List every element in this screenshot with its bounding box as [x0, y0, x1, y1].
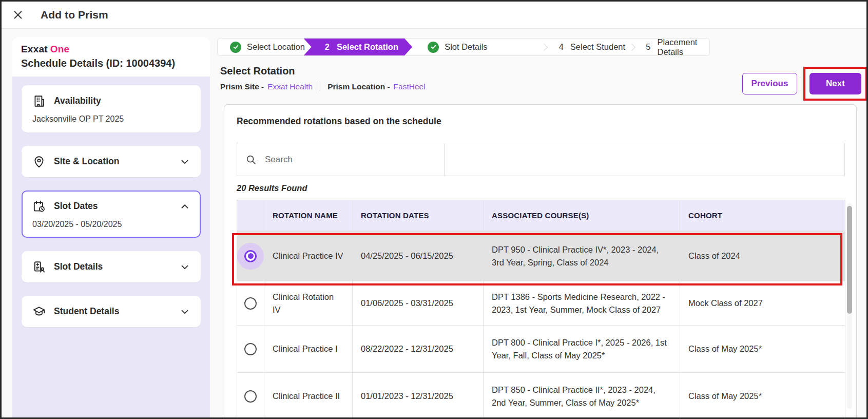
step-slot-details[interactable]: Slot Details	[412, 39, 540, 55]
scrollbar-thumb[interactable]	[847, 206, 852, 314]
divider	[320, 82, 320, 91]
step-label: Slot Details	[445, 42, 487, 52]
check-circle-icon	[230, 42, 241, 53]
step-select-location[interactable]: Select Location	[218, 39, 309, 55]
rotation-name-cell: Clinical Practice II	[264, 373, 353, 419]
radio-unselected[interactable]	[244, 343, 257, 355]
close-button[interactable]	[11, 8, 25, 22]
column-header-cohort: COHORT	[680, 200, 845, 231]
page-title: Select Rotation	[220, 65, 426, 77]
column-header-associated-courses: ASSOCIATED COURSE(S)	[484, 200, 680, 231]
chevron-down-icon[interactable]	[179, 156, 190, 167]
next-button-highlight-annotation: Next	[803, 67, 867, 101]
panel-title: Recommended rotations based on the sched…	[237, 116, 844, 127]
schedule-sidebar: ExxatOne Schedule Details (ID: 10004394)…	[12, 37, 210, 417]
availability-value: Jacksonville OP PT 2025	[32, 115, 190, 124]
results-count: 20 Results Found	[237, 183, 844, 193]
site-location-label: Site & Location	[54, 156, 171, 167]
calendar-clock-icon	[32, 199, 46, 213]
slot-details-card[interactable]: Slot Details	[22, 251, 201, 282]
step-label: Select Rotation	[337, 42, 398, 52]
prism-location-label: Prism Location -	[327, 82, 390, 91]
column-header-rotation-dates: ROTATION DATES	[353, 200, 484, 231]
wizard-stepper: Select Location 2 Select Rotation Slot D…	[217, 38, 710, 56]
radio-unselected[interactable]	[244, 390, 257, 403]
slot-dates-card[interactable]: Slot Dates 03/20/2025 - 05/20/2025	[22, 191, 201, 238]
column-header-rotation-name: ROTATION NAME	[264, 200, 353, 231]
rotation-name-cell: Clinical Rotation IV	[264, 281, 353, 326]
table-filter-row	[237, 143, 845, 176]
step-label: Select Student	[570, 42, 625, 52]
student-details-card[interactable]: Student Details	[22, 296, 201, 327]
rotations-table: ROTATION NAME ROTATION DATES ASSOCIATED …	[237, 200, 845, 418]
slot-dates-value: 03/20/2025 - 05/20/2025	[32, 220, 190, 229]
page-head: Select Rotation Prism Site - Exxat Healt…	[220, 65, 426, 91]
dialog-titlebar: Add to Prism	[2, 2, 866, 29]
step-placement-details[interactable]: 5 Placement Details	[628, 39, 709, 55]
chevron-down-icon[interactable]	[179, 306, 190, 317]
step-separator-chevron	[541, 43, 548, 50]
search-icon	[245, 154, 257, 165]
recommended-rotations-panel: Recommended rotations based on the sched…	[224, 104, 857, 418]
check-circle-icon	[428, 42, 439, 53]
radio-selected[interactable]	[237, 243, 264, 270]
location-pin-icon	[32, 155, 46, 168]
cohort-cell: Class of May 2025*	[680, 373, 845, 419]
previous-button[interactable]: Previous	[742, 73, 797, 94]
prism-location-link[interactable]: FastHeel	[394, 82, 426, 91]
building-icon	[32, 94, 46, 108]
step-label: Placement Details	[657, 38, 709, 56]
sidebar-cards: Availability Jacksonville OP PT 2025 Sit…	[12, 77, 210, 336]
availability-label: Availability	[54, 96, 190, 106]
search-box[interactable]	[237, 143, 445, 176]
prism-site-link[interactable]: Exxat Health	[267, 82, 313, 91]
add-to-prism-dialog: Add to Prism ExxatOne Schedule Details (…	[0, 0, 868, 419]
step-label: Select Location	[247, 42, 305, 52]
prism-site-label: Prism Site -	[220, 82, 264, 91]
table-header-row: ROTATION NAME ROTATION DATES ASSOCIATED …	[237, 200, 845, 231]
sidebar-header: ExxatOne Schedule Details (ID: 10004394)	[12, 37, 210, 77]
step-number: 2	[325, 42, 330, 52]
radio-column-header	[237, 200, 264, 231]
step-select-rotation-active[interactable]: 2 Select Rotation	[304, 39, 413, 55]
close-icon	[12, 9, 24, 21]
rotation-name-cell: Clinical Practice IV	[264, 231, 353, 281]
table-row[interactable]: Clinical Practice II 01/01/2023 - 12/31/…	[237, 373, 845, 419]
step-separator-chevron	[628, 43, 635, 50]
schedule-details-title: Schedule Details (ID: 10004394)	[21, 58, 201, 69]
rotation-dates-cell: 04/25/2025 - 06/15/2025	[353, 231, 484, 281]
table-scrollbar[interactable]	[847, 203, 852, 409]
cohort-cell: Class of May 2025*	[680, 326, 845, 373]
slot-dates-label: Slot Dates	[54, 201, 171, 212]
table-row-selected[interactable]: Clinical Practice IV 04/25/2025 - 06/15/…	[237, 231, 845, 281]
rotation-dates-cell: 01/06/2025 - 03/31/2025	[353, 281, 484, 326]
rotation-name-cell: Clinical Practice I	[264, 326, 353, 373]
filter-row-spacer	[445, 143, 844, 176]
chevron-down-icon[interactable]	[179, 261, 190, 273]
table-row[interactable]: Clinical Practice I 08/22/2022 - 12/31/2…	[237, 326, 845, 373]
dialog-title: Add to Prism	[41, 9, 108, 21]
radio-unselected[interactable]	[244, 297, 257, 310]
availability-card: Availability Jacksonville OP PT 2025	[22, 85, 201, 132]
search-input[interactable]	[264, 154, 436, 165]
step-select-student[interactable]: 4 Select Student	[541, 39, 629, 55]
prism-site-location-line: Prism Site - Exxat Health Prism Location…	[220, 82, 426, 91]
associated-courses-cell: DPT 1386 - Sports Medicine Research, 202…	[484, 281, 680, 326]
exxat-one-logo: ExxatOne	[21, 44, 201, 55]
chevron-up-icon[interactable]	[179, 201, 190, 212]
cohort-cell: Mock Class of 2027	[680, 281, 845, 326]
next-button[interactable]: Next	[809, 73, 861, 94]
wizard-actions: Previous Next	[742, 67, 867, 101]
associated-courses-cell: DPT 800 - Clinical Practice I*, 2025 - 2…	[484, 326, 680, 373]
graduation-cap-icon	[32, 304, 46, 318]
table-row[interactable]: Clinical Rotation IV 01/06/2025 - 03/31/…	[237, 281, 845, 326]
step-number: 5	[646, 42, 650, 52]
rotation-dates-cell: 08/22/2022 - 12/31/2025	[353, 326, 484, 373]
associated-courses-cell: DPT 850 - Clinical Practice II*, 2023 - …	[484, 373, 680, 419]
site-location-card[interactable]: Site & Location	[22, 146, 201, 177]
step-number: 4	[559, 42, 564, 52]
cohort-cell: Class of 2024	[680, 231, 845, 281]
slot-record-icon	[32, 260, 46, 274]
associated-courses-cell: DPT 950 - Clinical Practice IV*, 2023 - …	[484, 231, 680, 281]
slot-details-label: Slot Details	[54, 261, 171, 272]
